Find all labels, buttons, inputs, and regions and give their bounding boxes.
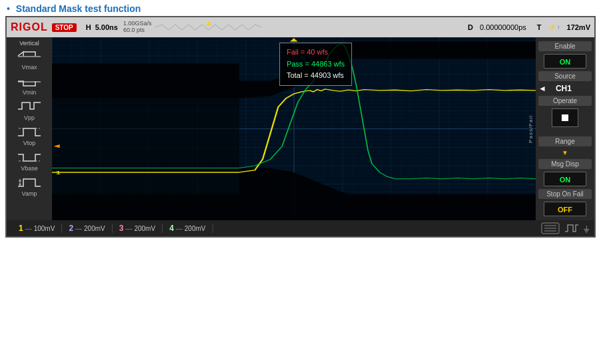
stop-on-fail-value-button[interactable]: OFF (544, 202, 586, 216)
total-value: 44903 wfs (310, 71, 344, 79)
meas-vpp[interactable]: Vpp (7, 98, 52, 122)
ch3-number: 3 (119, 224, 124, 233)
operate-box[interactable] (552, 108, 578, 127)
enable-value-button[interactable]: ON (544, 54, 586, 69)
ch4-number: 4 (169, 224, 174, 233)
timebase-value: 5.00ns (95, 23, 118, 31)
vamp-label: Vamp (22, 190, 37, 197)
right-sidebar: Enable ON Source ◄ CH1 Operate Range ▼ M… (536, 37, 594, 220)
info-box: Fail = 40 wfs Pass = 44863 wfs Total = 4… (279, 43, 352, 86)
trigger-wave-display (155, 22, 464, 33)
operate-square-icon (562, 114, 568, 121)
ch4-dash: — (176, 225, 183, 232)
pts-value: 60.0 pts (123, 27, 152, 34)
bullet-icon: • (7, 3, 10, 14)
meas-vmin[interactable]: Vmin (7, 73, 52, 97)
oscilloscope-display: RIGOL STOP H 5.00ns 1.00GSa/s 60.0 pts D… (5, 16, 596, 238)
fail-eq: = (300, 48, 304, 56)
trigger-voltage: 172mV (567, 23, 590, 31)
usb-icon: ⏚ (584, 223, 589, 234)
main-area: Vertical Vmax Vmin (7, 37, 594, 220)
msg-disp-value-button[interactable]: ON (544, 172, 586, 186)
source-label: Source (538, 71, 592, 81)
trigger-icons: ⚡ ↑ (548, 24, 560, 31)
ch2-number: 2 (69, 224, 73, 233)
rigol-logo: RIGOL (11, 21, 48, 33)
ch2-dash: — (75, 225, 82, 232)
source-selector[interactable]: ◄ CH1 (538, 84, 592, 93)
vmax-label: Vmax (21, 64, 37, 71)
ch1-number: 1 (19, 224, 23, 233)
top-bar: RIGOL STOP H 5.00ns 1.00GSa/s 60.0 pts D… (7, 17, 594, 37)
grid-icon (541, 222, 560, 234)
range-selector[interactable]: ▼ (562, 149, 568, 156)
stop-badge: STOP (52, 23, 77, 32)
svg-marker-8 (19, 179, 21, 182)
left-sidebar: Vertical Vmax Vmin (7, 37, 52, 220)
waveform-icon (564, 222, 580, 234)
bottom-right-icons: ⏚ (541, 222, 589, 234)
source-prev-arrow[interactable]: ◄ (538, 84, 546, 93)
range-dropdown-arrow: ▼ (562, 149, 568, 156)
page-title: Standard Mask test function (16, 3, 141, 14)
pass-eq: = (305, 60, 309, 68)
ch4-scale: 200mV (185, 225, 206, 232)
channel-1-item[interactable]: 1 — 100mV (12, 224, 62, 233)
pass-value: 44863 wfs (311, 60, 344, 68)
total-eq: = (304, 71, 308, 79)
enable-label: Enable (538, 41, 592, 51)
total-label: Total (287, 71, 302, 79)
svg-rect-1 (18, 56, 41, 57)
passfail-vertical-label: Pass/Fail (526, 37, 534, 220)
operate-label: Operate (538, 96, 592, 106)
pass-label: Pass (287, 60, 302, 68)
source-value: CH1 (556, 84, 572, 93)
channel-2-item[interactable]: 2 — 200mV (62, 224, 112, 233)
ch2-scale: 200mV (84, 225, 105, 232)
vertical-label: Vertical (19, 40, 39, 47)
range-label: Range (538, 136, 592, 146)
channel-3-item[interactable]: 3 — 200mV (113, 224, 163, 233)
vbase-label: Vbase (21, 165, 38, 172)
meas-vtop[interactable]: Vtop (7, 124, 52, 148)
vtop-label: Vtop (23, 140, 36, 146)
ch1-scale: 100mV (34, 225, 55, 232)
meas-vamp[interactable]: Vamp (7, 174, 52, 198)
ch3-scale: 200mV (134, 225, 155, 232)
ch3-dash: — (125, 225, 132, 232)
offset-value: 0.00000000ps (480, 23, 526, 31)
vmin-label: Vmin (23, 89, 37, 96)
fail-label: Fail (287, 48, 299, 56)
svg-marker-0 (206, 22, 211, 25)
bottom-bar: 1 — 100mV 2 — 200mV 3 — 200mV 4 — 200mV (7, 220, 594, 236)
vpp-label: Vpp (24, 114, 35, 121)
svg-text:1: 1 (56, 170, 61, 176)
channel-4-item[interactable]: 4 — 200mV (163, 224, 213, 233)
ch1-dash: — (25, 225, 32, 232)
meas-vmax[interactable]: Vmax (7, 48, 52, 72)
msg-disp-label: Msg Disp (538, 159, 592, 169)
fail-value: 40 wfs (306, 48, 328, 56)
t-label: T (537, 23, 542, 31)
h-label: H (86, 23, 91, 31)
scope-screen: 1 Fail = 40 wfs Pass = 44863 wfs Total = (52, 37, 536, 220)
stop-on-fail-label: Stop On Fail (538, 189, 592, 199)
meas-vbase[interactable]: Vbase (7, 149, 52, 173)
d-label: D (468, 23, 473, 31)
